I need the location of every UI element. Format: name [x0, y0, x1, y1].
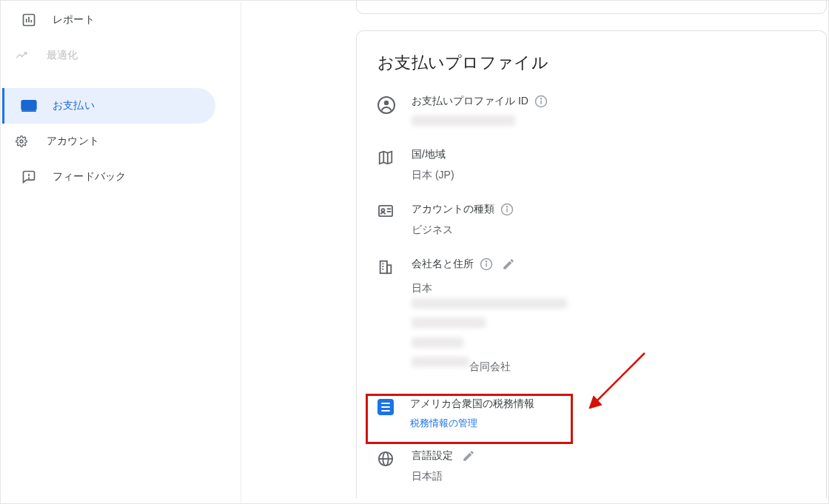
main-content: お支払いプロファイル お支払いプロファイル ID	[356, 1, 828, 504]
row-country: 国/地域 日本 (JP)	[377, 148, 805, 182]
globe-icon	[377, 451, 395, 468]
edit-icon[interactable]	[462, 449, 475, 463]
previous-card-bottom	[356, 1, 827, 14]
sidebar-item-label: お支払い	[53, 99, 95, 112]
company-suffix: 合同会社	[469, 360, 511, 372]
svg-point-19	[381, 209, 384, 212]
row-tax-info: アメリカ合衆国の税務情報 税務情報の管理	[377, 397, 805, 430]
profile-id-value: xxxxxxxxxxxxxxxx	[412, 115, 805, 127]
account-type-label: アカウントの種類	[412, 203, 494, 216]
info-icon[interactable]	[480, 258, 493, 271]
row-company: 会社名と住所 日本 xxxxxxxxxxxxxxxxxxxxxxxxx xxxx…	[377, 258, 805, 377]
edit-icon[interactable]	[502, 258, 515, 271]
trend-up-icon	[16, 47, 27, 64]
svg-point-11	[384, 101, 389, 105]
svg-point-9	[29, 178, 30, 178]
svg-point-32	[486, 261, 486, 262]
profile-id-label: お支払いプロファイル ID	[412, 95, 528, 108]
company-label: 会社名と住所	[412, 258, 474, 271]
country-label: 国/地域	[412, 148, 446, 161]
svg-rect-26	[387, 265, 392, 273]
language-value: 日本語	[412, 470, 805, 483]
sidebar-item-reports[interactable]: レポート	[2, 2, 241, 38]
company-value: 日本 xxxxxxxxxxxxxxxxxxxxxxxxx xxxxxxxxxx …	[412, 278, 805, 377]
sidebar-item-optimization[interactable]: 最適化	[2, 38, 241, 73]
payments-icon	[20, 97, 38, 115]
svg-point-5	[27, 103, 30, 107]
language-label: 言語設定	[412, 449, 453, 463]
svg-point-24	[506, 206, 507, 207]
svg-point-14	[540, 98, 541, 99]
sidebar-item-account[interactable]: アカウント	[2, 124, 241, 159]
bar-chart-icon	[20, 11, 38, 29]
map-icon	[377, 149, 395, 167]
row-language: 言語設定 日本語	[377, 449, 805, 483]
card-title: お支払いプロファイル	[377, 52, 805, 74]
sidebar-item-label: 最適化	[47, 49, 78, 62]
sidebar-item-payments[interactable]: お支払い	[2, 88, 215, 124]
payment-profile-card: お支払いプロファイル お支払いプロファイル ID	[356, 30, 827, 498]
building-icon	[377, 259, 395, 277]
sidebar-item-label: レポート	[53, 13, 95, 27]
list-icon	[377, 399, 394, 415]
row-profile-id: お支払いプロファイル ID xxxxxxxxxxxxxxxx	[377, 95, 805, 127]
person-icon	[377, 96, 395, 114]
row-account-type: アカウントの種類 ビジネス	[377, 203, 805, 237]
tax-info-label: アメリカ合衆国の税務情報	[410, 397, 534, 411]
sidebar-item-feedback[interactable]: フィードバック	[2, 159, 241, 195]
company-line-1: 日本	[412, 278, 805, 298]
sidebar-item-label: フィードバック	[53, 170, 126, 184]
info-icon[interactable]	[534, 95, 548, 108]
account-type-value: ビジネス	[412, 224, 805, 237]
svg-marker-15	[380, 152, 392, 164]
id-card-icon	[377, 204, 395, 222]
sidebar-item-label: アカウント	[47, 135, 99, 148]
gear-icon	[16, 132, 27, 150]
manage-tax-info-link[interactable]: 税務情報の管理	[410, 417, 477, 430]
country-value: 日本 (JP)	[412, 169, 805, 182]
svg-point-7	[20, 140, 23, 143]
sidebar: レポート 最適化 お支払い	[2, 2, 241, 503]
feedback-icon	[20, 168, 38, 186]
info-icon[interactable]	[500, 203, 514, 216]
